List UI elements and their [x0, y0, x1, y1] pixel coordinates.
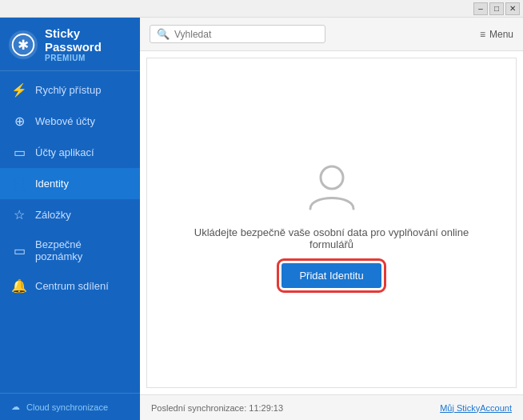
sidebar-nav: ⚡ Rychlý přístup ⊕ Webové účty ▭ Účty ap…	[0, 74, 140, 393]
sidebar-item-label: Záložky	[35, 209, 71, 221]
sidebar-item-label: Rychlý přístup	[35, 84, 101, 96]
sidebar-item-app-accounts[interactable]: ▭ Účty aplikací	[0, 137, 140, 168]
svg-text:✱: ✱	[18, 38, 29, 53]
sidebar-item-secure-notes[interactable]: ▭ Bezpečné poznámky	[0, 230, 140, 270]
main-content: 🔍 ≡ Menu Ukládejte bezpečně vaše osobní …	[140, 18, 523, 420]
person-placeholder-icon	[304, 158, 360, 214]
identity-icon: 👤	[11, 176, 27, 191]
web-accounts-icon: ⊕	[11, 114, 27, 129]
account-link[interactable]: Můj StickyAccount	[440, 403, 512, 413]
sidebar-item-label: Centrum sdílení	[35, 280, 109, 292]
top-bar: 🔍 ≡ Menu	[140, 18, 523, 51]
add-identity-button[interactable]: Přidat Identitu	[281, 263, 381, 288]
sidebar-item-bookmarks[interactable]: ☆ Záložky	[0, 199, 140, 230]
svg-point-3	[321, 166, 343, 189]
sidebar-footer[interactable]: ☁ Cloud synchronizace	[0, 393, 140, 420]
sidebar-item-label: Identity	[35, 178, 69, 190]
content-description: Ukládejte bezpečně vaše osobní data pro …	[188, 226, 476, 250]
sharing-icon: 🔔	[11, 278, 27, 294]
app-container: ✱ Sticky Password PREMIUM ⚡ Rychlý příst…	[0, 18, 523, 420]
logo-sticky: Sticky	[45, 27, 102, 41]
title-bar: – □ ✕	[0, 0, 523, 18]
sidebar-item-sharing[interactable]: 🔔 Centrum sdílení	[0, 270, 140, 302]
logo-password: Password	[45, 41, 102, 54]
sidebar-item-web-accounts[interactable]: ⊕ Webové účty	[0, 106, 140, 137]
sidebar-item-identity[interactable]: 👤 Identity	[0, 168, 140, 199]
sync-status: Poslední synchronizace: 11:29:13	[151, 403, 283, 413]
content-area: Ukládejte bezpečně vaše osobní data pro …	[146, 58, 517, 388]
sidebar-item-label: Účty aplikací	[35, 146, 94, 158]
app-logo-icon: ✱	[8, 30, 38, 60]
search-icon: 🔍	[157, 28, 170, 40]
sidebar: ✱ Sticky Password PREMIUM ⚡ Rychlý příst…	[0, 18, 140, 420]
close-button[interactable]: ✕	[505, 2, 520, 15]
minimize-button[interactable]: –	[473, 2, 488, 15]
menu-button[interactable]: ≡ Menu	[480, 29, 513, 40]
bottom-bar: Poslední synchronizace: 11:29:13 Můj Sti…	[140, 394, 523, 420]
quick-access-icon: ⚡	[11, 82, 27, 98]
sidebar-item-label: Webové účty	[35, 115, 95, 127]
cloud-sync-icon: ☁	[11, 402, 20, 412]
hamburger-icon: ≡	[480, 29, 485, 40]
logo-premium: PREMIUM	[45, 54, 102, 62]
logo-text: Sticky Password PREMIUM	[45, 27, 102, 62]
content-inner: Ukládejte bezpečně vaše osobní data pro …	[188, 158, 476, 288]
app-accounts-icon: ▭	[11, 145, 27, 160]
maximize-button[interactable]: □	[489, 2, 504, 15]
search-box[interactable]: 🔍	[150, 25, 325, 43]
bookmarks-icon: ☆	[11, 207, 27, 222]
secure-notes-icon: ▭	[11, 243, 27, 258]
search-input[interactable]	[174, 29, 318, 40]
menu-label: Menu	[489, 29, 513, 40]
cloud-sync-label: Cloud synchronizace	[26, 402, 108, 412]
sidebar-item-label: Bezpečné poznámky	[35, 238, 129, 262]
sidebar-logo: ✱ Sticky Password PREMIUM	[0, 18, 140, 71]
sidebar-item-quick-access[interactable]: ⚡ Rychlý přístup	[0, 74, 140, 106]
